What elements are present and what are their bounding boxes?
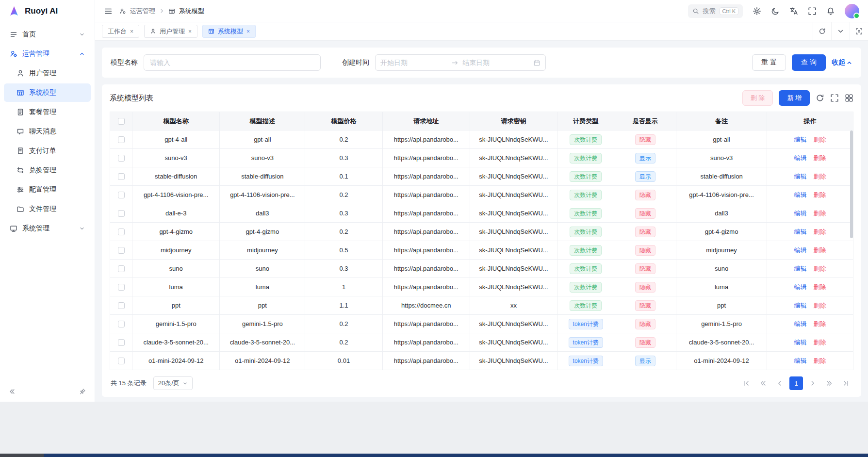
prev-5-pages-icon[interactable] — [756, 376, 770, 390]
collapse-filter-link[interactable]: 收起 — [832, 58, 852, 67]
billing-type-badge: 次数计费 — [570, 282, 602, 293]
edit-link[interactable]: 编辑 — [794, 339, 806, 346]
sidebar-item-operations[interactable]: 运营管理 — [4, 45, 91, 63]
row-checkbox[interactable] — [118, 321, 125, 327]
row-checkbox[interactable] — [118, 228, 125, 235]
row-checkbox[interactable] — [118, 173, 125, 180]
edit-link[interactable]: 编辑 — [794, 265, 806, 272]
close-icon[interactable]: × — [188, 28, 192, 35]
table-row: stable-diffusion stable-diffusion 0.1 ht… — [110, 167, 853, 186]
delete-link[interactable]: 删除 — [813, 191, 826, 198]
page-number-1[interactable]: 1 — [789, 376, 803, 390]
sidebar-item-config-mgmt[interactable]: 配置管理 — [4, 180, 91, 199]
edit-link[interactable]: 编辑 — [794, 228, 806, 235]
edit-link[interactable]: 编辑 — [794, 191, 806, 198]
date-range-picker[interactable] — [375, 54, 546, 71]
delete-link[interactable]: 删除 — [813, 154, 826, 162]
delete-link[interactable]: 删除 — [813, 246, 826, 254]
delete-button[interactable]: 删 除 — [742, 90, 773, 106]
sidebar-item-package-mgmt[interactable]: 套餐管理 — [4, 103, 91, 121]
column-settings-icon[interactable] — [845, 94, 853, 102]
edit-link[interactable]: 编辑 — [794, 210, 806, 217]
logo[interactable]: Ruoyi AI — [0, 0, 95, 22]
row-checkbox[interactable] — [118, 339, 125, 346]
scrollbar-thumb[interactable] — [850, 131, 853, 238]
tab-user-mgmt[interactable]: 用户管理 × — [144, 25, 197, 38]
select-all-checkbox[interactable] — [118, 118, 125, 125]
page-size-select[interactable]: 20条/页 — [153, 376, 193, 390]
sidebar-item-home[interactable]: 首页 — [4, 25, 91, 44]
folder-icon — [16, 205, 24, 213]
row-checkbox[interactable] — [118, 358, 125, 364]
row-checkbox[interactable] — [118, 247, 125, 254]
row-checkbox[interactable] — [118, 210, 125, 217]
edit-link[interactable]: 编辑 — [794, 246, 806, 254]
row-checkbox[interactable] — [118, 155, 125, 162]
fullscreen-table-icon[interactable] — [830, 94, 839, 102]
model-name-input[interactable] — [144, 54, 321, 71]
next-page-icon[interactable] — [806, 376, 819, 390]
sidebar-item-user-mgmt[interactable]: 用户管理 — [4, 64, 91, 82]
avatar[interactable] — [845, 4, 859, 18]
tab-workbench[interactable]: 工作台 × — [102, 25, 139, 38]
sidebar-item-file-mgmt[interactable]: 文件管理 — [4, 200, 91, 218]
edit-link[interactable]: 编辑 — [794, 357, 806, 364]
cell-request-url: https://api.pandarobo... — [382, 315, 470, 333]
bell-icon[interactable] — [826, 7, 835, 16]
edit-link[interactable]: 编辑 — [794, 283, 806, 291]
reset-button[interactable]: 重 置 — [752, 54, 786, 71]
edit-link[interactable]: 编辑 — [794, 154, 806, 162]
delete-link[interactable]: 删除 — [813, 228, 826, 235]
delete-link[interactable]: 删除 — [813, 265, 826, 272]
focus-mode-icon[interactable] — [850, 22, 868, 40]
close-icon[interactable]: × — [130, 28, 133, 35]
gear-icon[interactable] — [753, 7, 761, 16]
row-checkbox[interactable] — [118, 265, 125, 272]
fullscreen-icon[interactable] — [808, 7, 817, 16]
refresh-icon[interactable] — [816, 94, 824, 102]
cell-model-price: 0.3 — [305, 260, 382, 278]
add-button[interactable]: 新 增 — [779, 90, 810, 106]
chevron-down-icon[interactable] — [831, 22, 850, 40]
row-checkbox[interactable] — [118, 302, 125, 309]
first-page-icon[interactable] — [740, 376, 753, 390]
refresh-tab-icon[interactable] — [813, 22, 831, 40]
edit-link[interactable]: 编辑 — [794, 173, 806, 180]
close-icon[interactable]: × — [246, 28, 250, 35]
search-input[interactable]: 搜索 Ctrl K — [688, 4, 743, 18]
edit-link[interactable]: 编辑 — [794, 320, 806, 327]
delete-link[interactable]: 删除 — [813, 320, 826, 327]
prev-page-icon[interactable] — [773, 376, 786, 390]
sidebar-item-system-mgmt[interactable]: 系统管理 — [4, 219, 91, 238]
collapse-sidebar-icon[interactable] — [7, 386, 17, 397]
delete-link[interactable]: 删除 — [813, 339, 826, 346]
table-body: gpt-4-all gpt-all 0.2 https://api.pandar… — [110, 131, 853, 370]
next-5-pages-icon[interactable] — [822, 376, 836, 390]
start-date-input[interactable] — [380, 59, 447, 66]
row-checkbox[interactable] — [118, 192, 125, 198]
edit-link[interactable]: 编辑 — [794, 302, 806, 309]
delete-link[interactable]: 删除 — [813, 173, 826, 180]
sidebar-item-system-models[interactable]: 系统模型 — [4, 83, 91, 102]
delete-link[interactable]: 删除 — [813, 357, 826, 364]
moon-icon[interactable] — [771, 7, 780, 16]
row-checkbox[interactable] — [118, 136, 125, 143]
last-page-icon[interactable] — [839, 376, 852, 390]
sidebar-item-payment-orders[interactable]: 支付订单 — [4, 142, 91, 160]
sidebar-item-chat-messages[interactable]: 聊天消息 — [4, 122, 91, 141]
query-button[interactable]: 查 询 — [792, 54, 826, 71]
end-date-input[interactable] — [462, 59, 529, 66]
delete-link[interactable]: 删除 — [813, 302, 826, 309]
row-checkbox[interactable] — [118, 284, 125, 291]
edit-link[interactable]: 编辑 — [794, 136, 806, 143]
hamburger-menu-icon[interactable] — [104, 7, 113, 16]
translate-icon[interactable] — [789, 7, 798, 16]
pin-icon[interactable] — [77, 386, 88, 397]
breadcrumb-parent[interactable]: 运营管理 — [130, 7, 155, 16]
delete-link[interactable]: 删除 — [813, 210, 826, 217]
tab-system-models[interactable]: 系统模型 × — [202, 25, 256, 38]
sidebar-item-exchange-mgmt[interactable]: 兑换管理 — [4, 161, 91, 180]
delete-link[interactable]: 删除 — [813, 136, 826, 143]
cell-remark: midjourney — [676, 241, 767, 260]
delete-link[interactable]: 删除 — [813, 283, 826, 291]
